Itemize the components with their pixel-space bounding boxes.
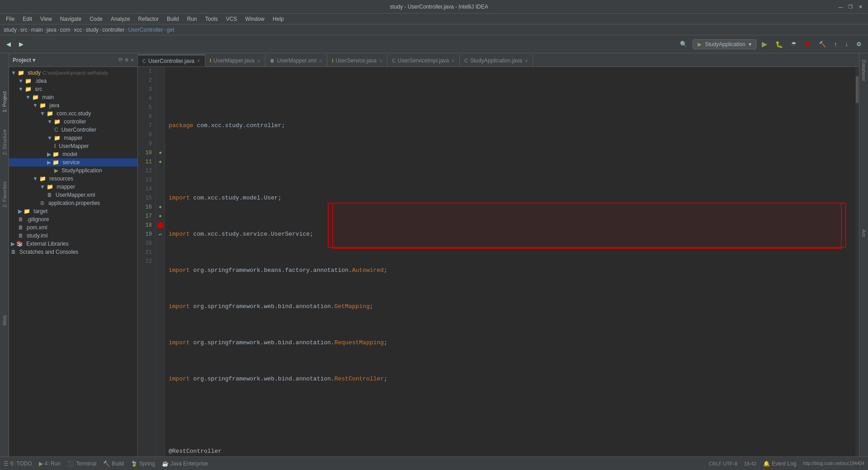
tab-studyapp[interactable]: C StudyApplication.java ✕ xyxy=(460,55,533,66)
menu-vcs[interactable]: VCS xyxy=(222,15,241,23)
tree-ext-libs[interactable]: ▶ 📚 External Libraries xyxy=(9,240,137,248)
tree-usercontroller[interactable]: C UserController xyxy=(9,126,137,134)
bc-java[interactable]: java xyxy=(47,27,57,33)
tree-com-xcc[interactable]: ▼ 📁 com.xcc.study xyxy=(9,109,137,118)
tree-pom[interactable]: 🗎 pom.xml xyxy=(9,223,137,232)
sidebar-tab-web[interactable]: Web xyxy=(1,313,8,327)
tree-scratches[interactable]: 🗎 Scratches and Consoles xyxy=(9,248,137,256)
tree-app-props[interactable]: 🗎 application.properties xyxy=(9,199,137,207)
tree-main[interactable]: ▼ 📁 main xyxy=(9,93,137,101)
tab-userservice-close[interactable]: ✕ xyxy=(379,58,382,63)
project-close-icon[interactable]: ✕ xyxy=(131,57,134,63)
tree-mapper[interactable]: ▼ 📁 mapper xyxy=(9,134,137,142)
tree-usermapper[interactable]: I UserMapper xyxy=(9,142,137,150)
tab-userserviceimpl-close[interactable]: ✕ xyxy=(451,58,455,63)
tree-controller[interactable]: ▼ 📁 controller xyxy=(9,118,137,126)
tab-usermapper-xml-close[interactable]: ✕ xyxy=(319,58,322,63)
tree-usermapper-xml[interactable]: 🗎 UserMapper.xml xyxy=(9,191,137,199)
sidebar-tab-project[interactable]: 1: Project xyxy=(1,90,8,114)
run-config-selector[interactable]: ▶ StudyApplication ▾ xyxy=(693,39,756,49)
run-with-coverage-button[interactable]: ☂ xyxy=(788,39,799,49)
menu-edit[interactable]: Edit xyxy=(19,15,36,23)
tree-resources[interactable]: ▼ 📁 resources xyxy=(9,175,137,183)
bc-study[interactable]: study xyxy=(4,27,17,33)
window-controls[interactable]: — ❐ ✕ xyxy=(837,4,863,10)
bc-controller[interactable]: controller xyxy=(102,27,124,33)
bc-study2[interactable]: study xyxy=(85,27,99,33)
tree-target[interactable]: ▶ 📁 target xyxy=(9,207,137,215)
menu-analyze[interactable]: Analyze xyxy=(107,15,134,23)
gutter-16[interactable]: ● xyxy=(156,203,165,212)
menu-navigate[interactable]: Navigate xyxy=(57,15,85,23)
build-button[interactable]: 🔨 xyxy=(816,39,829,49)
bc-com[interactable]: com xyxy=(60,27,71,33)
tree-service[interactable]: ▶ 📁 service xyxy=(9,158,137,166)
minimize-button[interactable]: — xyxy=(837,4,844,10)
bottom-java-enterprise[interactable]: ☕ Java Enterprise xyxy=(162,461,208,467)
tab-userserviceimpl[interactable]: C UserServiceImpl.java ✕ xyxy=(387,55,460,66)
bc-get[interactable]: get xyxy=(167,27,175,33)
gutter-17[interactable]: ● xyxy=(156,212,165,221)
tab-usercontroller[interactable]: C UserController.java ✕ xyxy=(138,55,205,66)
tree-mapper-res[interactable]: ▼ 📁 mapper xyxy=(9,183,137,191)
tab-usermapper-java[interactable]: I UserMapper.java ✕ xyxy=(205,55,265,66)
bottom-eventlog[interactable]: 🔔 Event Log xyxy=(763,461,796,467)
tab-usercontroller-close[interactable]: ✕ xyxy=(197,58,200,63)
gutter-19[interactable]: ↩ xyxy=(156,230,165,239)
code-editor[interactable]: 1 2 3 4 5 6 7 8 9 10 11 12 13 14 15 16 1… xyxy=(138,67,859,456)
bc-src[interactable]: src xyxy=(20,27,28,33)
sidebar-tab-favorites[interactable]: 2: Favorites xyxy=(1,180,8,209)
tree-gitignore[interactable]: 🗎 .gitignore xyxy=(9,215,137,223)
tree-studyapp[interactable]: ▶ StudyApplication xyxy=(9,166,137,175)
tree-model[interactable]: ▶ 📁 model xyxy=(9,150,137,158)
tab-studyapp-close[interactable]: ✕ xyxy=(524,58,528,63)
menu-tools[interactable]: Tools xyxy=(202,15,222,23)
tree-java[interactable]: ▼ 📁 java xyxy=(9,101,137,109)
bottom-terminal[interactable]: ⬛ Terminal xyxy=(67,461,96,467)
gutter-11[interactable]: ● xyxy=(156,157,165,166)
maximize-button[interactable]: ❐ xyxy=(847,4,854,10)
sidebar-tab-structure[interactable]: 2: Structure xyxy=(1,128,8,157)
tab-usermapper-java-close[interactable]: ✕ xyxy=(257,58,260,63)
bc-usercontroller[interactable]: UserController xyxy=(128,27,163,33)
tab-userservice[interactable]: I UserService.java ✕ xyxy=(327,55,387,66)
tree-src[interactable]: ▼ 📁 src xyxy=(9,85,137,93)
project-sync-icon[interactable]: ⟳ xyxy=(118,57,123,63)
menu-help[interactable]: Help xyxy=(269,15,288,23)
menu-window[interactable]: Window xyxy=(241,15,268,23)
search-everywhere-button[interactable]: 🔍 xyxy=(677,39,690,49)
tree-study-iml[interactable]: 🗎 study.iml xyxy=(9,232,137,240)
menu-view[interactable]: View xyxy=(37,15,56,23)
bottom-run[interactable]: ▶ 4: Run xyxy=(39,461,61,467)
menu-refactor[interactable]: Refactor xyxy=(135,15,162,23)
scrollbar-thumb[interactable] xyxy=(856,76,859,103)
gutter-18[interactable] xyxy=(156,221,165,230)
menu-code[interactable]: Code xyxy=(86,15,106,23)
update-button[interactable]: ↓ xyxy=(843,39,851,49)
close-button[interactable]: ✕ xyxy=(857,4,863,10)
vcs-button[interactable]: ↑ xyxy=(831,39,840,49)
bc-xcc[interactable]: xcc xyxy=(74,27,82,33)
menu-run[interactable]: Run xyxy=(184,15,201,23)
project-settings-icon[interactable]: ⚙ xyxy=(125,57,128,63)
bottom-build[interactable]: 🔨 Build xyxy=(103,461,124,467)
vertical-scrollbar[interactable] xyxy=(855,67,859,456)
bc-main[interactable]: main xyxy=(31,27,43,33)
tree-idea[interactable]: ▼ 📁 .idea xyxy=(9,77,137,85)
back-button[interactable]: ◀ xyxy=(4,39,14,49)
settings-button[interactable]: ⚙ xyxy=(854,39,864,49)
sidebar-tab-ant[interactable]: Ant xyxy=(860,228,868,239)
menu-file[interactable]: File xyxy=(2,15,18,23)
tree-study-root[interactable]: ▼ 📁 study C:\sckj\work\project-self\stud… xyxy=(9,69,137,77)
gutter-10[interactable]: ● xyxy=(156,148,165,157)
bottom-todo[interactable]: ☰ 6: TODO xyxy=(4,461,32,467)
forward-button[interactable]: ▶ xyxy=(16,39,26,49)
debug-button[interactable]: 🐛 xyxy=(773,39,786,50)
code-content[interactable]: package com.xcc.study.controller; import… xyxy=(165,67,855,456)
bottom-spring[interactable]: 🍃 Spring xyxy=(131,461,155,467)
sidebar-tab-database[interactable]: Database xyxy=(860,58,868,83)
stop-button[interactable]: ⏹ xyxy=(802,39,813,49)
tab-usermapper-xml[interactable]: 🗎 UserMapper.xml ✕ xyxy=(265,55,327,66)
run-button[interactable]: ▶ xyxy=(759,38,770,50)
menu-build[interactable]: Build xyxy=(163,15,183,23)
